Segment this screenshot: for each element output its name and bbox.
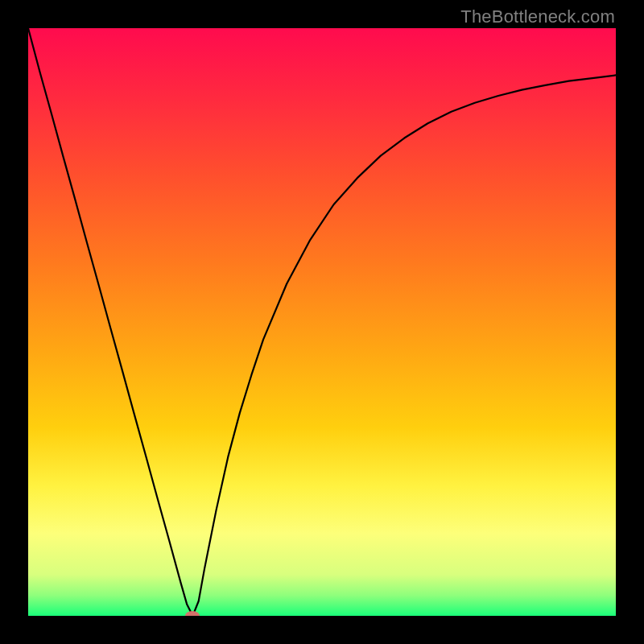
optimal-point-marker: [185, 611, 200, 616]
bottleneck-curve: [28, 28, 616, 616]
chart-frame: TheBottleneck.com: [0, 0, 644, 644]
plot-area: [28, 28, 616, 616]
watermark-text: TheBottleneck.com: [460, 6, 615, 27]
